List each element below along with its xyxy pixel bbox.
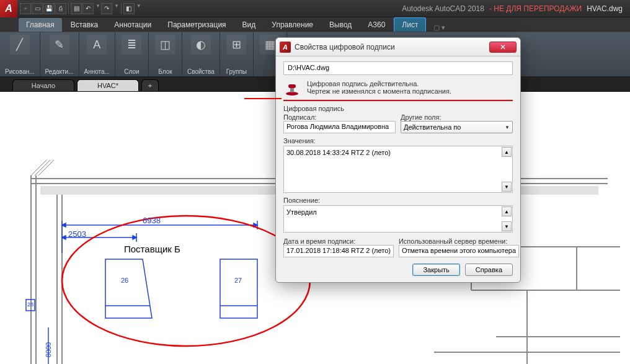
svg-line-3 xyxy=(38,160,54,175)
chevron-down-icon: ▼ xyxy=(505,125,510,130)
svg-line-1 xyxy=(31,160,47,175)
draw-icon: ╱ xyxy=(10,35,30,55)
window-title: Autodesk AutoCAD 2018 - НЕ ДЛЯ ПЕРЕПРОДА… xyxy=(402,4,623,13)
scroll-down-icon[interactable]: ▼ xyxy=(502,182,512,192)
app-logo[interactable]: A xyxy=(0,0,17,17)
tab-search[interactable]: ▢ ▾ xyxy=(433,24,445,32)
panel-layers[interactable]: ≣Слои xyxy=(115,32,149,76)
panel-draw[interactable]: ╱Рисован... xyxy=(0,32,40,76)
label-signed-by: Подписал: xyxy=(283,113,396,121)
dialog-title: Свойства цифровой подписи xyxy=(295,43,395,51)
chevron-down-icon[interactable]: ▼ xyxy=(95,3,100,14)
annotation-icon: A xyxy=(87,35,107,55)
label-time-server: Использованный сервер времени: xyxy=(399,237,519,245)
tab-main[interactable]: Главная xyxy=(19,18,62,32)
tab-output[interactable]: Вывод xyxy=(322,18,359,32)
file-name: HVAC.dwg xyxy=(587,4,623,13)
sign-time-field: 17.01.2018 17:18:48 RTZ 2 (лето) xyxy=(283,245,394,257)
tab-insert[interactable]: Вставка xyxy=(63,18,106,32)
doctab-hvac[interactable]: HVAC* xyxy=(77,79,139,91)
license-status: - НЕ ДЛЯ ПЕРЕПРОДАЖИ xyxy=(489,4,582,13)
panel-groups[interactable]: ⊞Группы xyxy=(220,32,254,76)
autocad-icon: A xyxy=(280,42,291,53)
tab-a360[interactable]: A360 xyxy=(360,18,393,32)
scroll-down-icon[interactable]: ▼ xyxy=(502,221,512,231)
layers-icon: ≣ xyxy=(122,35,141,55)
chevron-down-icon[interactable]: ▼ xyxy=(136,3,141,14)
properties-icon: ◐ xyxy=(191,35,211,55)
label-sign-time: Дата и время подписи: xyxy=(283,237,394,245)
panel-block[interactable]: ◫Блок xyxy=(149,32,182,76)
qat-extra-icon[interactable]: ◧ xyxy=(123,3,135,14)
comment-box[interactable]: Утвердил ▲ ▼ xyxy=(283,205,513,233)
close-button[interactable]: ✕ xyxy=(489,42,517,53)
label-other-fields: Другие поля: xyxy=(401,113,513,121)
dimension-6938: 6938 xyxy=(143,216,161,225)
signature-dialog: A Свойства цифровой подписи ✕ D:\HVAC.dw… xyxy=(275,37,521,283)
qat-new-icon[interactable]: ▫ xyxy=(20,3,31,14)
qat-open-icon[interactable]: ▭ xyxy=(32,3,43,14)
tab-view[interactable]: Вид xyxy=(235,18,264,32)
sig-valid-text: Цифровая подпись действительна. xyxy=(307,80,451,87)
block-28: 28 xyxy=(27,301,33,308)
tab-manage[interactable]: Управление xyxy=(264,18,321,32)
qat-saveas-icon[interactable]: ⎙ xyxy=(55,3,66,14)
svg-line-2 xyxy=(35,160,50,175)
qat-undo-icon[interactable]: ↶ xyxy=(82,3,94,14)
tab-parametric[interactable]: Параметризация xyxy=(160,18,233,32)
dimension-8000: 8000 xyxy=(45,342,52,357)
comment-text: Утвердил xyxy=(286,208,317,216)
other-fields-select[interactable]: Действительна по ▼ xyxy=(401,121,513,133)
quick-access-toolbar: ▫ ▭ 💾 ⎙ ▤ ↶ ▼ ↷ ▼ ◧ ▼ xyxy=(20,3,141,14)
qat-plot-icon[interactable]: ▤ xyxy=(71,3,82,14)
values-box[interactable]: 30.08.2018 14:33:24 RTZ 2 (лето) ▲ ▼ xyxy=(283,146,513,193)
dimension-2503: 2503 xyxy=(68,229,86,239)
tab-annotate[interactable]: Аннотации xyxy=(107,18,159,32)
modify-icon: ✎ xyxy=(50,35,69,55)
dialog-titlebar[interactable]: A Свойства цифровой подписи ✕ xyxy=(276,38,520,56)
doctab-add[interactable]: + xyxy=(141,79,159,91)
other-fields-value: Действительна по xyxy=(404,123,461,131)
svg-point-13 xyxy=(62,216,310,346)
groups-icon: ⊞ xyxy=(226,35,246,55)
label-values: Значения: xyxy=(283,137,513,144)
app-name: Autodesk AutoCAD 2018 xyxy=(402,4,484,13)
red-underline-ext xyxy=(244,98,282,99)
block-26: 26 xyxy=(121,277,128,284)
help-button[interactable]: Справка xyxy=(465,264,513,276)
block-icon: ◫ xyxy=(155,35,175,55)
file-path: D:\HVAC.dwg xyxy=(283,61,513,75)
values-text: 30.08.2018 14:33:24 RTZ 2 (лето) xyxy=(286,149,391,156)
panel-properties[interactable]: ◐Свойства xyxy=(182,32,220,76)
ribbon-tabs: Главная Вставка Аннотации Параметризация… xyxy=(0,17,630,32)
title-bar: A ▫ ▭ 💾 ⎙ ▤ ↶ ▼ ↷ ▼ ◧ ▼ Autodesk AutoCAD… xyxy=(0,0,630,17)
sig-unchanged-text: Чертеж не изменялся с момента подписания… xyxy=(307,87,451,95)
block-27: 27 xyxy=(234,277,242,284)
stamp-icon xyxy=(283,80,301,97)
label-comment: Пояснение: xyxy=(283,197,513,204)
qat-save-icon[interactable]: 💾 xyxy=(43,3,55,14)
red-underline xyxy=(283,100,513,101)
panel-annotation[interactable]: AАннота... xyxy=(79,32,115,76)
tab-layout[interactable]: Лист xyxy=(394,17,426,32)
group-signature: Цифровая подпись xyxy=(283,105,513,112)
chevron-down-icon[interactable]: ▼ xyxy=(114,3,119,14)
close-dialog-button[interactable]: Закрыть xyxy=(412,264,459,276)
scroll-up-icon[interactable]: ▲ xyxy=(502,206,512,216)
qat-redo-icon[interactable]: ↷ xyxy=(101,3,112,14)
doctab-start[interactable]: Начало xyxy=(12,79,74,91)
scroll-up-icon[interactable]: ▲ xyxy=(502,147,512,157)
signed-by-field: Рогова Людмила Владимировна xyxy=(283,121,396,133)
panel-modify[interactable]: ✎Редакти... xyxy=(40,32,79,76)
supplier-label: Поставщик Б xyxy=(124,244,180,254)
svg-rect-16 xyxy=(288,84,296,88)
time-server-field: Отметка времени этого компьютера xyxy=(399,245,519,257)
